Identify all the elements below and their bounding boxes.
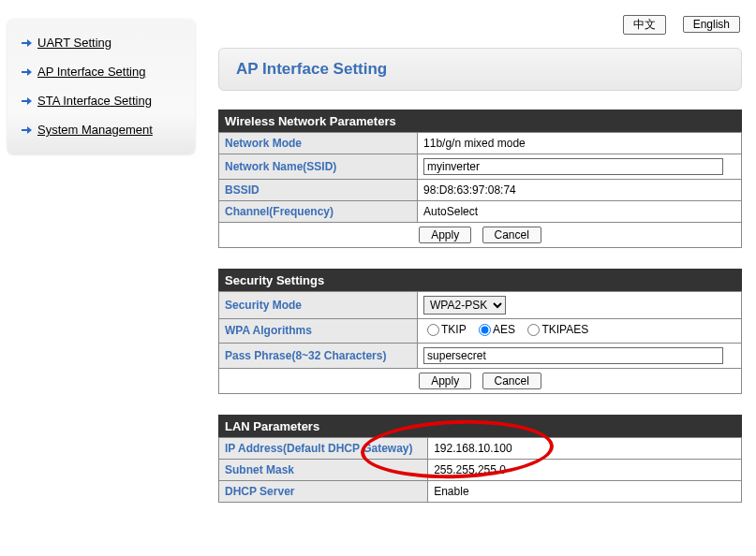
language-buttons: 中文 English — [218, 9, 742, 48]
wireless-table: Wireless Network Parameters Network Mode… — [218, 110, 742, 248]
arrow-right-icon — [21, 95, 32, 107]
sidebar-item-ap-interface[interactable]: AP Interface Setting — [17, 57, 185, 86]
lang-english-button[interactable]: English — [683, 16, 740, 33]
subnet-mask-value: 255.255.255.0 — [428, 459, 742, 480]
ip-address-value: 192.168.10.100 — [428, 437, 742, 459]
lan-table: LAN Parameters IP Address(Default DHCP G… — [218, 415, 742, 503]
passphrase-label: Pass Phrase(8~32 Characters) — [219, 343, 418, 368]
page-title: AP Interface Setting — [236, 60, 387, 78]
arrow-right-icon — [21, 124, 32, 136]
sidebar-link-label[interactable]: UART Setting — [37, 36, 111, 50]
security-table: Security Settings Security Mode WPA2-PSK… — [218, 269, 742, 394]
sidebar-item-system-management[interactable]: System Management — [17, 115, 185, 144]
security-header: Security Settings — [219, 270, 742, 292]
wpa-algo-label: WPA Algorithms — [219, 319, 418, 344]
channel-label: Channel(Frequency) — [219, 201, 418, 223]
sidebar-item-uart[interactable]: UART Setting — [17, 28, 185, 57]
page-title-box: AP Interface Setting — [218, 48, 742, 91]
ip-address-label: IP Address(Default DHCP Gateway) — [219, 437, 428, 459]
security-mode-select[interactable]: WPA2-PSK — [423, 296, 506, 315]
lang-chinese-button[interactable]: 中文 — [623, 15, 666, 35]
sidebar-item-sta-interface[interactable]: STA Interface Setting — [17, 86, 185, 115]
sidebar: UART Setting AP Interface Setting STA In… — [7, 19, 195, 154]
algo-aes-label[interactable]: AES — [475, 323, 515, 336]
sidebar-link-label[interactable]: AP Interface Setting — [37, 65, 145, 79]
algo-tkip-radio[interactable] — [427, 324, 439, 336]
algo-tkipaes-radio[interactable] — [527, 324, 540, 336]
bssid-value: 98:D8:63:97:08:74 — [418, 180, 742, 201]
sidebar-link-label[interactable]: STA Interface Setting — [37, 94, 152, 108]
algo-aes-radio[interactable] — [479, 324, 491, 336]
arrow-right-icon — [21, 66, 32, 78]
network-mode-label: Network Mode — [219, 133, 418, 154]
ssid-input[interactable] — [423, 158, 723, 175]
channel-value: AutoSelect — [418, 201, 742, 223]
algo-tkip-label[interactable]: TKIP — [423, 323, 467, 336]
passphrase-input[interactable] — [423, 347, 723, 364]
dhcp-server-value: Enable — [428, 480, 742, 502]
security-cancel-button[interactable]: Cancel — [482, 373, 541, 389]
sidebar-link-label[interactable]: System Management — [37, 123, 153, 137]
wireless-apply-button[interactable]: Apply — [419, 227, 471, 243]
security-mode-label: Security Mode — [219, 292, 418, 319]
lan-header: LAN Parameters — [219, 415, 742, 437]
bssid-label: BSSID — [219, 180, 418, 201]
arrow-right-icon — [21, 37, 32, 49]
subnet-mask-label: Subnet Mask — [219, 459, 428, 480]
main-content: 中文 English AP Interface Setting Wireless… — [195, 9, 756, 503]
network-mode-value: 11b/g/n mixed mode — [418, 133, 742, 154]
algo-tkipaes-label[interactable]: TKIPAES — [524, 323, 588, 336]
dhcp-server-label: DHCP Server — [219, 480, 428, 502]
wireless-cancel-button[interactable]: Cancel — [482, 227, 541, 243]
security-apply-button[interactable]: Apply — [419, 373, 471, 389]
wireless-header: Wireless Network Parameters — [219, 110, 742, 133]
ssid-label: Network Name(SSID) — [219, 154, 418, 180]
lan-section: LAN Parameters IP Address(Default DHCP G… — [218, 415, 742, 503]
